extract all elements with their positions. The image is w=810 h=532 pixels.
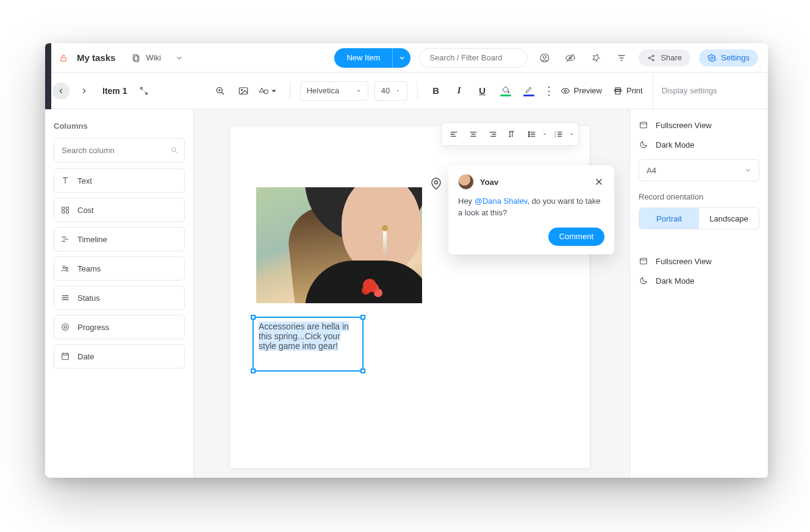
progress-icon [60, 322, 70, 332]
fullscreen-toggle[interactable]: Fullscreen View [639, 115, 759, 135]
insert-image-button[interactable] [235, 82, 252, 99]
settings-button[interactable]: Settings [699, 49, 758, 66]
user-icon[interactable] [536, 49, 553, 66]
column-type-teams[interactable]: Teams [54, 256, 185, 281]
document-page[interactable]: 123 Accessories are hella in this spring… [231, 126, 589, 468]
numbered-list-button[interactable]: 123 [550, 126, 575, 143]
comment-author: Yoav [480, 178, 498, 187]
text-icon [60, 176, 70, 185]
svg-point-35 [64, 326, 66, 328]
font-size-value: 40 [381, 86, 390, 95]
darkmode-label-2: Dark Mode [656, 276, 695, 286]
column-search[interactable] [54, 138, 185, 162]
svg-rect-1 [134, 54, 138, 60]
close-icon[interactable] [593, 176, 604, 187]
chevron-down-icon [744, 167, 751, 174]
insert-shape-button[interactable] [258, 82, 280, 99]
column-type-status[interactable]: Status [54, 286, 185, 310]
svg-point-30 [66, 267, 68, 269]
column-type-timeline[interactable]: Timeline [54, 227, 185, 251]
preview-button[interactable]: Preview [561, 86, 602, 96]
svg-point-13 [711, 57, 713, 59]
italic-button[interactable]: I [451, 82, 468, 99]
visibility-icon[interactable] [562, 49, 579, 66]
filter-icon[interactable] [613, 49, 630, 66]
settings-label: Settings [721, 53, 750, 62]
caret-down-icon [396, 88, 401, 94]
tab-dropdown[interactable] [170, 49, 187, 66]
location-pin-icon[interactable] [429, 176, 443, 191]
svg-line-15 [221, 92, 224, 95]
svg-point-49 [528, 132, 529, 133]
svg-rect-26 [66, 207, 68, 209]
paper-size-select[interactable]: A4 [639, 159, 759, 181]
svg-point-4 [543, 56, 547, 59]
preview-label: Preview [574, 86, 602, 95]
page-icon [131, 53, 141, 63]
next-item-button[interactable] [76, 82, 93, 99]
search-input[interactable] [428, 52, 518, 63]
text-block-content: Accessories are hella in this spring...C… [259, 322, 349, 351]
item-nav: Item 1 [45, 82, 169, 99]
share-button[interactable]: Share [639, 49, 690, 66]
image-icon [238, 85, 249, 96]
svg-line-24 [176, 151, 177, 153]
column-type-date[interactable]: Date [54, 344, 185, 368]
paper-size-value: A4 [647, 166, 656, 175]
align-right-button[interactable] [484, 126, 501, 143]
status-icon [60, 293, 70, 303]
zoom-in-button[interactable] [212, 82, 229, 99]
resize-handle-tr[interactable] [360, 315, 365, 320]
comment-submit-button[interactable]: Comment [548, 228, 604, 246]
paint-bucket-icon [501, 85, 511, 94]
resize-handle-bl[interactable] [251, 368, 256, 373]
selected-text-block[interactable]: Accessories are hella in this spring...C… [253, 317, 364, 372]
bullet-list-button[interactable] [523, 126, 548, 143]
resize-handle-tl[interactable] [251, 315, 256, 320]
comment-mention[interactable]: @Dana Shalev [475, 196, 528, 206]
darkmode-toggle[interactable]: Dark Mode [639, 135, 759, 154]
bold-button[interactable]: B [428, 82, 445, 99]
window-icon [639, 120, 648, 130]
svg-rect-36 [62, 353, 69, 359]
item-title: Item 1 [102, 86, 127, 96]
new-item-button[interactable]: New Item [334, 48, 410, 68]
align-left-button[interactable] [445, 126, 462, 143]
orientation-portrait[interactable]: Portrait [639, 208, 699, 229]
svg-point-51 [528, 135, 529, 137]
column-type-cost[interactable]: Cost [54, 198, 185, 222]
display-settings-panel: Fullscreen View Dark Mode A4 Record orie… [629, 109, 768, 478]
underline-button[interactable]: U [474, 82, 491, 99]
orientation-landscape[interactable]: Landscape [699, 208, 759, 229]
line-height-button[interactable] [504, 126, 521, 143]
orientation-label: Record orientation [639, 192, 759, 201]
expand-icon[interactable] [139, 86, 149, 96]
svg-point-21 [564, 90, 566, 92]
align-center-icon [468, 129, 478, 139]
svg-rect-18 [239, 87, 248, 94]
prev-item-button[interactable] [52, 82, 70, 99]
resize-handle-br[interactable] [360, 368, 365, 373]
document-image[interactable] [256, 187, 422, 303]
svg-point-29 [63, 266, 65, 268]
column-type-text[interactable]: Text [54, 168, 185, 193]
fill-color-button[interactable] [497, 85, 514, 96]
comment-text-before: Hey [458, 196, 475, 206]
fullscreen-toggle-2[interactable]: Fullscreen View [639, 251, 759, 271]
align-center-button[interactable] [465, 126, 482, 143]
pin-icon[interactable] [587, 49, 604, 66]
font-size-select[interactable]: 40 [375, 81, 407, 101]
new-item-dropdown[interactable] [392, 48, 410, 68]
svg-rect-0 [61, 57, 66, 61]
font-family-select[interactable]: Helvetica [300, 81, 368, 101]
print-button[interactable]: Print [613, 86, 643, 96]
column-search-input[interactable] [60, 145, 165, 156]
more-tools-button[interactable]: ⋮ [543, 84, 554, 98]
column-type-progress[interactable]: Progress [54, 315, 185, 339]
search-board[interactable] [419, 48, 528, 68]
tab-wiki[interactable]: Wiki [131, 53, 161, 63]
stroke-color-button[interactable] [520, 85, 537, 96]
line-height-icon [507, 129, 517, 139]
canvas-area[interactable]: 123 Accessories are hella in this spring… [194, 109, 629, 478]
darkmode-toggle-2[interactable]: Dark Mode [639, 271, 759, 290]
